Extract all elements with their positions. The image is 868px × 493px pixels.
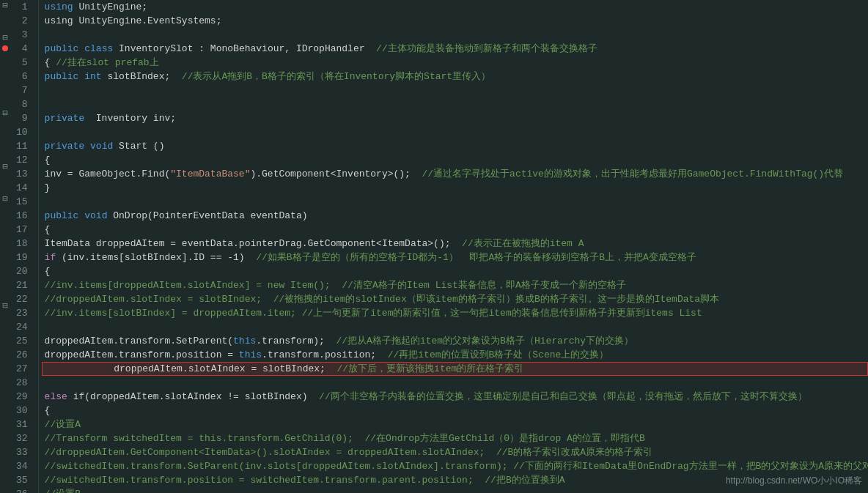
collapse-icon[interactable]: ⊟ [2,32,7,43]
code-line: { [42,404,868,418]
token-plain: } [45,181,51,195]
gutter-cell: ⊟ [0,32,10,43]
breakpoint-dot[interactable] [2,45,8,51]
code-line: //droppedAItem.GetComponent<ItemData>().… [42,445,868,459]
code-line: //droppedAItem.slotIndex = slotBIndex; /… [42,292,868,306]
token-plain: droppedAItem.slotAIndex = slotBIndex; [45,362,337,376]
token-kw: void [90,139,113,153]
token-comment: //再把item的位置设到B格子处（Scene上的交换） [388,348,609,362]
code-line: public int slotBIndex; //表示从A拖到B，B格子的索引（… [42,70,868,84]
collapse-icon[interactable]: ⊟ [2,108,7,119]
line-number: 32 [16,431,32,445]
token-plain [78,42,84,56]
gutter-cell [0,183,10,194]
token-kw-ctrl: else [45,390,67,404]
gutter-cell [0,355,10,366]
line-number: 33 [16,445,32,459]
gutter-cell: ⊟ [0,300,10,311]
collapse-icon[interactable]: ⊟ [2,193,7,204]
line-number: 17 [16,223,32,237]
line-number: 5 [16,56,32,70]
token-comment: //设置B [45,487,81,493]
line-number: 8 [16,97,32,111]
code-line: } [42,181,868,195]
gutter-cell [0,408,10,419]
gutter-cell [0,440,10,451]
token-kw: public [45,42,79,56]
gutter-cell [0,150,10,161]
gutter-cell: ⊟ [0,161,10,172]
gutter-cell [0,483,10,493]
line-number: 22 [16,292,32,306]
token-plain: if(droppedAItem.slotAIndex != slotBIndex… [67,390,319,404]
gutter-cell [0,418,10,429]
token-plain: Start () [113,139,164,153]
token-plain: (inv.items[slotBIndex].ID == -1) [56,251,256,264]
code-line [42,97,868,111]
code-content: using UnityEngine;using UnityEngine.Even… [39,0,868,493]
token-plain: { [45,264,51,278]
token-plain: ItemData droppedAItem = eventData.pointe… [45,237,463,251]
token-plain: InventorySlot : MonoBehaviour, IDropHand… [113,42,376,56]
code-line: if (inv.items[slotBIndex].ID == -1) //如果… [42,251,868,264]
token-plain: ).GetComponent<Inventory>(); [250,167,422,181]
code-line: droppedAItem.transform.SetParent(this.tr… [42,334,868,348]
gutter-cell [0,119,10,130]
line-number: 4 [16,42,32,56]
token-comment: //Transform switchedItem = this.transfor… [45,431,645,445]
gutter-cell: ⊟ [0,108,10,119]
token-plain: .transform.position; [262,348,388,362]
gutter-cell [0,258,10,269]
token-plain [84,139,90,153]
line-number: 30 [16,404,32,418]
token-kw: private [45,139,85,153]
gutter-cell [0,322,10,333]
code-line: public class InventorySlot : MonoBehavio… [42,42,868,56]
gutter-cell [0,429,10,440]
collapse-icon[interactable]: ⊟ [2,300,7,311]
token-plain: { [45,404,51,418]
token-plain: droppedAItem.transform.SetParent( [45,334,233,348]
gutter-cell [0,22,10,33]
token-plain: slotBIndex; [102,70,182,84]
gutter-cell [0,279,10,290]
token-kw: int [84,70,101,84]
gutter-cell [0,247,10,258]
token-comment: //通过名字寻找处于active的游戏对象，出于性能考虑最好用GameObjec… [422,167,844,181]
gutter-cell [0,86,10,97]
token-plain: { [45,56,56,70]
token-plain: Inventory inv; [84,111,176,125]
collapse-icon[interactable]: ⊟ [2,161,7,172]
gutter-cell [0,461,10,472]
line-number: 16 [16,209,32,223]
line-number: 11 [16,139,32,153]
token-kw: using [45,0,73,14]
code-line [42,125,868,139]
line-number: 25 [16,334,32,348]
token-plain: UnityEngine; [73,0,147,14]
token-comment: //如果B格子是空的（所有的空格子ID都为-1） 即把A格子的装备移动到空格子B… [256,251,696,264]
code-line: //switchedItem.transform.SetParent(inv.s… [42,459,868,473]
token-comment: //switchedItem.transform.SetParent(inv.s… [45,459,868,473]
collapse-icon[interactable]: ⊟ [2,0,7,11]
line-numbers: 1234567891011121314151617181920212223242… [10,0,39,493]
token-plain: OnDrop(PointerEventData eventData) [107,209,307,223]
token-comment: //droppedAItem.GetComponent<ItemData>().… [45,445,653,459]
line-number: 24 [16,320,32,334]
line-number: 20 [16,264,32,278]
line-number: 6 [16,70,32,84]
line-number: 29 [16,390,32,404]
token-comment: //switchedItem.transform.position = swit… [45,473,565,487]
gutter-cell [0,344,10,355]
code-line: droppedAItem.slotAIndex = slotBIndex; //… [42,362,868,376]
gutter-cell [0,140,10,151]
token-plain: { [45,153,51,167]
code-line: private void Start () [42,139,868,153]
token-comment: //表示从A拖到B，B格子的索引（将在Inventory脚本的Start里传入） [182,70,490,84]
line-number: 26 [16,348,32,362]
code-line: private Inventory inv; [42,111,868,125]
gutter-cell [0,54,10,65]
token-kw: public [45,209,79,223]
gutter-cell [0,376,10,387]
code-editor: ⊟⊟⊟⊟⊟⊟ 123456789101112131415161718192021… [0,0,868,493]
